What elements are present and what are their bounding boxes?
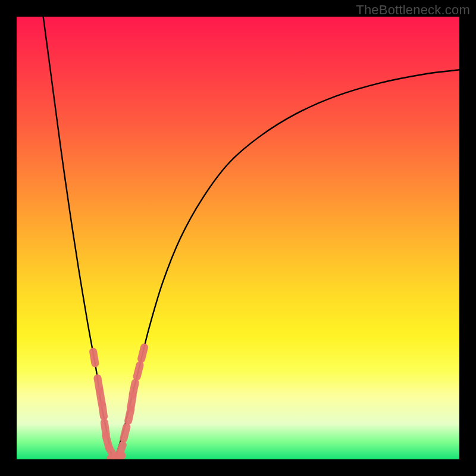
bottleneck-curve (43, 17, 459, 459)
data-marker (137, 365, 140, 377)
data-marker (124, 427, 127, 439)
data-marker (93, 352, 95, 364)
data-marker (118, 445, 123, 456)
plot-area (17, 17, 459, 459)
chart-frame: TheBottleneck.com (0, 0, 476, 476)
data-marker (102, 405, 104, 416)
watermark-text: TheBottleneck.com (356, 2, 470, 18)
data-marker (142, 347, 145, 359)
bottleneck-curve-chart (17, 17, 459, 459)
data-marker (133, 383, 135, 394)
marker-group (93, 347, 145, 459)
